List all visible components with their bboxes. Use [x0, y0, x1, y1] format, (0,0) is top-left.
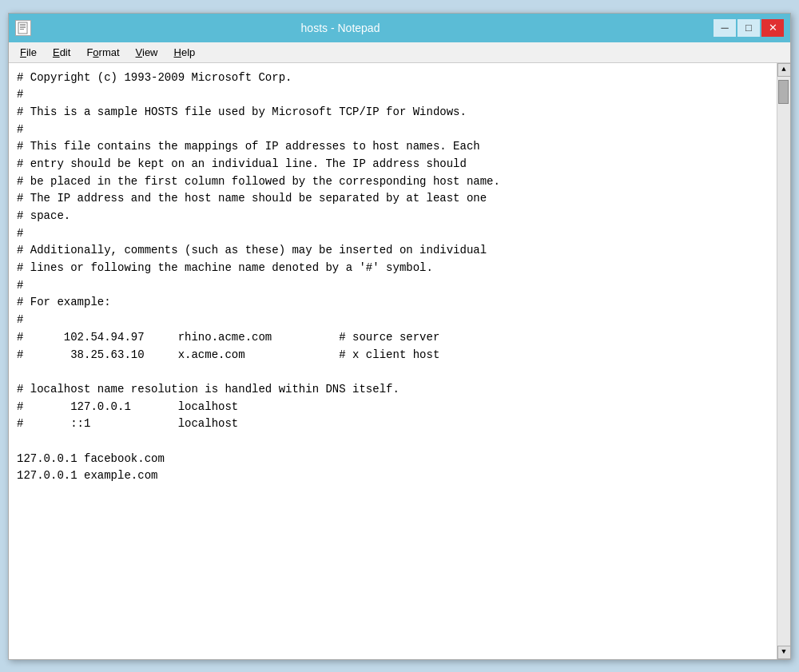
scroll-down-button[interactable]: ▼: [777, 646, 791, 659]
notepad-icon: [15, 20, 31, 36]
title-bar: hosts - Notepad ─ □ ✕: [9, 14, 790, 42]
menu-item-help[interactable]: Help: [166, 45, 204, 60]
menu-item-edit[interactable]: Edit: [45, 45, 78, 60]
menu-item-view[interactable]: View: [128, 45, 166, 60]
svg-rect-3: [20, 27, 26, 28]
svg-rect-1: [20, 24, 26, 25]
svg-rect-2: [20, 26, 26, 26]
scroll-track[interactable]: [777, 77, 790, 646]
text-editor[interactable]: [9, 63, 777, 659]
close-button[interactable]: ✕: [761, 19, 784, 37]
title-bar-controls: ─ □ ✕: [714, 19, 784, 37]
scroll-up-button[interactable]: ▲: [777, 63, 791, 77]
menu-item-format[interactable]: Format: [78, 45, 127, 60]
maximize-button[interactable]: □: [737, 19, 760, 37]
window-title: hosts - Notepad: [31, 22, 650, 34]
menu-bar: File Edit Format View Help: [9, 42, 790, 63]
svg-rect-4: [20, 29, 24, 30]
vertical-scrollbar: ▲ ▼: [777, 63, 790, 659]
editor-area: ▲ ▼: [9, 63, 790, 659]
scroll-thumb[interactable]: [778, 80, 789, 104]
title-bar-left: [15, 20, 31, 36]
minimize-button[interactable]: ─: [714, 19, 736, 37]
notepad-window: hosts - Notepad ─ □ ✕ File Edit Format V…: [8, 13, 791, 660]
menu-item-file[interactable]: File: [12, 45, 45, 60]
